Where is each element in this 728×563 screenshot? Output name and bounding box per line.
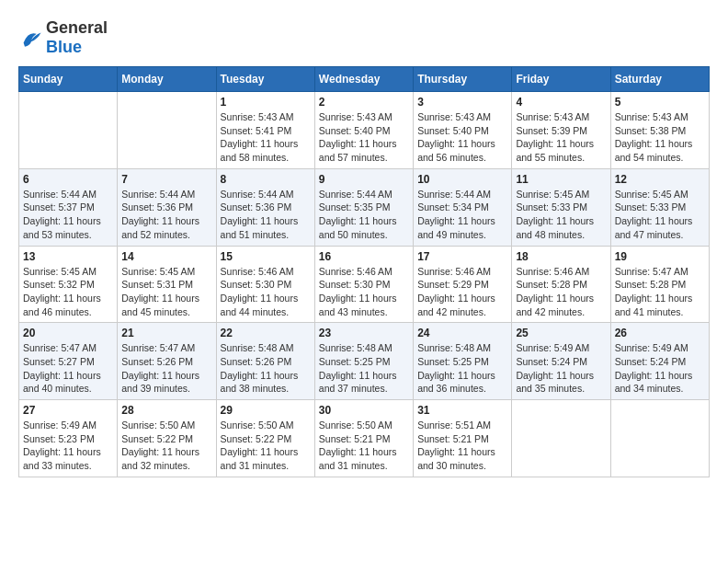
calendar-header-friday: Friday [512, 67, 610, 92]
day-number: 4 [516, 96, 606, 109]
day-info: Sunrise: 5:47 AMSunset: 5:26 PMDaylight:… [121, 341, 211, 396]
day-number: 21 [121, 327, 211, 339]
day-info: Sunrise: 5:45 AMSunset: 5:33 PMDaylight:… [615, 188, 705, 242]
logo-general: General [46, 18, 108, 37]
page-header: General Blue [18, 18, 710, 57]
calendar-cell: 15Sunrise: 5:46 AMSunset: 5:30 PMDayligh… [216, 246, 314, 323]
day-number: 13 [23, 250, 113, 263]
day-number: 6 [23, 173, 113, 186]
day-number: 31 [417, 404, 507, 417]
calendar-cell: 16Sunrise: 5:46 AMSunset: 5:30 PMDayligh… [314, 246, 413, 323]
day-info: Sunrise: 5:48 AMSunset: 5:25 PMDaylight:… [319, 341, 409, 396]
day-number: 16 [319, 250, 409, 263]
day-number: 28 [121, 404, 211, 417]
day-info: Sunrise: 5:46 AMSunset: 5:28 PMDaylight:… [516, 265, 606, 319]
day-number: 8 [221, 173, 311, 186]
day-info: Sunrise: 5:49 AMSunset: 5:23 PMDaylight:… [23, 419, 113, 473]
day-number: 5 [615, 96, 705, 109]
calendar-cell: 28Sunrise: 5:50 AMSunset: 5:22 PMDayligh… [118, 400, 216, 477]
calendar-header-thursday: Thursday [414, 67, 512, 92]
logo: General Blue [18, 18, 108, 57]
calendar-cell: 2Sunrise: 5:43 AMSunset: 5:40 PMDaylight… [314, 92, 413, 169]
day-number: 22 [221, 327, 311, 339]
day-number: 24 [417, 327, 507, 339]
day-number: 25 [516, 327, 606, 339]
calendar-cell: 14Sunrise: 5:45 AMSunset: 5:31 PMDayligh… [118, 246, 216, 323]
day-info: Sunrise: 5:46 AMSunset: 5:30 PMDaylight:… [221, 265, 311, 319]
calendar-cell: 26Sunrise: 5:49 AMSunset: 5:24 PMDayligh… [610, 323, 709, 400]
day-info: Sunrise: 5:51 AMSunset: 5:21 PMDaylight:… [417, 419, 507, 473]
day-number: 2 [319, 96, 409, 109]
calendar-week-row: 20Sunrise: 5:47 AMSunset: 5:27 PMDayligh… [19, 323, 710, 400]
day-number: 9 [319, 173, 409, 186]
calendar-cell: 6Sunrise: 5:44 AMSunset: 5:37 PMDaylight… [19, 168, 118, 246]
calendar-cell: 10Sunrise: 5:44 AMSunset: 5:34 PMDayligh… [414, 168, 512, 246]
calendar-header-sunday: Sunday [19, 67, 118, 92]
calendar-cell: 24Sunrise: 5:48 AMSunset: 5:25 PMDayligh… [414, 323, 512, 400]
calendar-cell: 19Sunrise: 5:47 AMSunset: 5:28 PMDayligh… [610, 246, 709, 323]
day-info: Sunrise: 5:43 AMSunset: 5:38 PMDaylight:… [615, 110, 705, 165]
calendar-cell: 22Sunrise: 5:48 AMSunset: 5:26 PMDayligh… [216, 323, 314, 400]
day-number: 15 [221, 250, 311, 263]
day-info: Sunrise: 5:44 AMSunset: 5:36 PMDaylight:… [221, 188, 311, 242]
calendar-cell: 9Sunrise: 5:44 AMSunset: 5:35 PMDaylight… [314, 168, 413, 246]
day-number: 29 [221, 404, 311, 417]
day-info: Sunrise: 5:46 AMSunset: 5:29 PMDaylight:… [417, 265, 507, 319]
calendar-cell: 20Sunrise: 5:47 AMSunset: 5:27 PMDayligh… [19, 323, 118, 400]
calendar-cell: 29Sunrise: 5:50 AMSunset: 5:22 PMDayligh… [216, 400, 314, 477]
day-info: Sunrise: 5:48 AMSunset: 5:25 PMDaylight:… [417, 341, 507, 396]
day-info: Sunrise: 5:50 AMSunset: 5:21 PMDaylight:… [319, 419, 409, 473]
calendar-cell: 8Sunrise: 5:44 AMSunset: 5:36 PMDaylight… [216, 168, 314, 246]
day-info: Sunrise: 5:43 AMSunset: 5:41 PMDaylight:… [221, 110, 311, 165]
calendar-header-saturday: Saturday [610, 67, 709, 92]
calendar-cell [19, 92, 118, 169]
day-number: 18 [516, 250, 606, 263]
calendar-cell: 13Sunrise: 5:45 AMSunset: 5:32 PMDayligh… [19, 246, 118, 323]
day-number: 11 [516, 173, 606, 186]
calendar-cell: 12Sunrise: 5:45 AMSunset: 5:33 PMDayligh… [610, 168, 709, 246]
logo-blue: Blue [46, 38, 82, 56]
calendar-week-row: 13Sunrise: 5:45 AMSunset: 5:32 PMDayligh… [19, 246, 710, 323]
calendar-cell [512, 400, 610, 477]
day-number: 27 [23, 404, 113, 417]
calendar-week-row: 6Sunrise: 5:44 AMSunset: 5:37 PMDaylight… [19, 168, 710, 246]
day-info: Sunrise: 5:47 AMSunset: 5:27 PMDaylight:… [23, 341, 113, 396]
day-info: Sunrise: 5:46 AMSunset: 5:30 PMDaylight:… [319, 265, 409, 319]
calendar-cell: 21Sunrise: 5:47 AMSunset: 5:26 PMDayligh… [118, 323, 216, 400]
day-number: 17 [417, 250, 507, 263]
day-number: 19 [615, 250, 705, 263]
calendar-cell: 3Sunrise: 5:43 AMSunset: 5:40 PMDaylight… [414, 92, 512, 169]
calendar-cell [610, 400, 709, 477]
day-number: 20 [23, 327, 113, 339]
calendar-cell: 31Sunrise: 5:51 AMSunset: 5:21 PMDayligh… [414, 400, 512, 477]
day-number: 23 [319, 327, 409, 339]
calendar-cell: 5Sunrise: 5:43 AMSunset: 5:38 PMDaylight… [610, 92, 709, 169]
logo-bird-icon [18, 25, 44, 51]
day-number: 12 [615, 173, 705, 186]
day-number: 26 [615, 327, 705, 339]
calendar-header-wednesday: Wednesday [314, 67, 413, 92]
calendar-cell: 4Sunrise: 5:43 AMSunset: 5:39 PMDaylight… [512, 92, 610, 169]
day-info: Sunrise: 5:44 AMSunset: 5:36 PMDaylight:… [121, 188, 211, 242]
calendar-cell: 7Sunrise: 5:44 AMSunset: 5:36 PMDaylight… [118, 168, 216, 246]
day-info: Sunrise: 5:45 AMSunset: 5:31 PMDaylight:… [121, 265, 211, 319]
day-info: Sunrise: 5:43 AMSunset: 5:39 PMDaylight:… [516, 110, 606, 165]
day-number: 3 [417, 96, 507, 109]
day-info: Sunrise: 5:43 AMSunset: 5:40 PMDaylight:… [319, 110, 409, 165]
day-number: 7 [121, 173, 211, 186]
calendar-cell: 1Sunrise: 5:43 AMSunset: 5:41 PMDaylight… [216, 92, 314, 169]
calendar-week-row: 1Sunrise: 5:43 AMSunset: 5:41 PMDaylight… [19, 92, 710, 169]
day-info: Sunrise: 5:49 AMSunset: 5:24 PMDaylight:… [516, 341, 606, 396]
day-info: Sunrise: 5:47 AMSunset: 5:28 PMDaylight:… [615, 265, 705, 319]
day-info: Sunrise: 5:50 AMSunset: 5:22 PMDaylight:… [121, 419, 211, 473]
calendar-week-row: 27Sunrise: 5:49 AMSunset: 5:23 PMDayligh… [19, 400, 710, 477]
calendar-table: SundayMondayTuesdayWednesdayThursdayFrid… [18, 66, 710, 477]
calendar-cell: 17Sunrise: 5:46 AMSunset: 5:29 PMDayligh… [414, 246, 512, 323]
day-info: Sunrise: 5:50 AMSunset: 5:22 PMDaylight:… [221, 419, 311, 473]
day-info: Sunrise: 5:44 AMSunset: 5:34 PMDaylight:… [417, 188, 507, 242]
day-info: Sunrise: 5:43 AMSunset: 5:40 PMDaylight:… [417, 110, 507, 165]
day-number: 14 [121, 250, 211, 263]
day-number: 10 [417, 173, 507, 186]
calendar-cell: 11Sunrise: 5:45 AMSunset: 5:33 PMDayligh… [512, 168, 610, 246]
calendar-cell: 30Sunrise: 5:50 AMSunset: 5:21 PMDayligh… [314, 400, 413, 477]
